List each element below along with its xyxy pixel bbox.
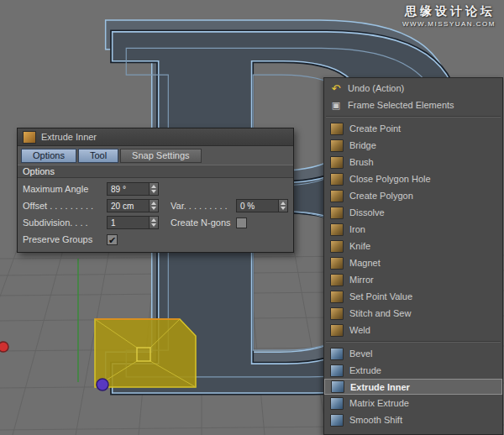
matrix-extrude-icon [330, 397, 344, 410]
menu-item-stitch-and-sew[interactable]: Stitch and Sew [324, 305, 502, 322]
subdivision-label: Subdivision. . . . [23, 218, 107, 228]
var-label: Var. . . . . . . . . [171, 201, 236, 211]
dialog-fields: Maximum Angle 89 ° Offset . . . . . . . … [18, 178, 293, 252]
extrude-icon [330, 364, 344, 377]
maximum-angle-row: Maximum Angle 89 ° [23, 182, 288, 196]
menu-item-label: Dissolve [349, 207, 385, 218]
menu-item-frame-selected-elements[interactable]: Frame Selected Elements [324, 97, 502, 113]
tab-snap-settings[interactable]: Snap Settings [120, 149, 202, 163]
stepper-up-icon[interactable] [151, 202, 156, 205]
undo-icon [330, 83, 342, 94]
stepper-down-icon[interactable] [281, 207, 286, 210]
menu-item-label: Undo (Action) [348, 83, 404, 93]
menu-item-close-polygon-hole[interactable]: Close Polygon Hole [324, 170, 502, 187]
options-section-header: Options [18, 165, 293, 178]
create-ngons-label: Create N-gons [171, 218, 236, 228]
offset-label: Offset . . . . . . . . . [23, 201, 107, 211]
menu-item-set-point-value[interactable]: Set Point Value [324, 288, 502, 305]
menu-item-extrude-inner[interactable]: Extrude Inner [324, 379, 502, 395]
stepper-up-icon[interactable] [151, 185, 156, 188]
offset-input[interactable]: 20 cm [107, 199, 149, 212]
bridge-icon [330, 139, 344, 152]
menu-item-label: Brush [349, 157, 374, 167]
subdivision-row: Subdivision. . . . 1 Create N-gons [23, 216, 288, 229]
iron-icon [330, 223, 344, 236]
tab-options[interactable]: Options [21, 149, 76, 163]
menu-item-label: Bevel [349, 349, 373, 359]
create-ngons-checkbox[interactable] [236, 218, 247, 228]
menu-item-label: Magnet [349, 258, 381, 268]
menu-item-label: Frame Selected Elements [348, 100, 454, 110]
menu-item-label: Create Point [349, 123, 401, 134]
menu-separator [326, 116, 501, 118]
menu-item-smooth-shift[interactable]: Smooth Shift [324, 411, 502, 428]
offset-stepper[interactable] [149, 199, 159, 212]
var-input[interactable]: 0 % [236, 199, 278, 212]
maximum-angle-field: 89 ° [107, 182, 159, 196]
dialog-tab-bar: Options Tool Snap Settings [18, 146, 293, 165]
menu-item-knife[interactable]: Knife [324, 238, 502, 254]
watermark: 思缘设计论坛 WWW.MISSYUAN.COM [402, 4, 496, 28]
viewport-window: B B B B 思缘设计论坛 WWW.MISSYUAN.COM [0, 0, 504, 435]
menu-item-label: Bridge [349, 140, 376, 150]
dialog-title: Extrude Inner [41, 132, 97, 142]
menu-item-label: Create Polygon [349, 191, 413, 201]
extrude-inner-icon [331, 380, 344, 393]
create-point-icon [330, 123, 344, 135]
menu-item-bevel[interactable]: Bevel [324, 345, 502, 362]
menu-item-label: Smooth Shift [349, 415, 402, 425]
menu-item-mirror[interactable]: Mirror [324, 271, 502, 288]
menu-item-label: Iron [349, 224, 365, 234]
stepper-up-icon[interactable] [281, 202, 286, 205]
x-axis-handle[interactable] [0, 342, 8, 352]
menu-item-extrude[interactable]: Extrude [324, 362, 502, 379]
menu-item-bridge[interactable]: Bridge [324, 137, 502, 154]
stepper-down-icon[interactable] [151, 207, 156, 210]
menu-item-magnet[interactable]: Magnet [324, 254, 502, 271]
stepper-down-icon[interactable] [151, 223, 156, 227]
smooth-shift-icon [330, 414, 344, 427]
maximum-angle-label: Maximum Angle [23, 184, 107, 194]
weld-icon [330, 324, 344, 337]
menu-item-label: Extrude [349, 365, 381, 375]
menu-item-label: Matrix Extrude [349, 398, 409, 408]
menu-item-create-point[interactable]: Create Point [324, 120, 502, 137]
selected-polygon[interactable] [95, 319, 196, 387]
maximum-angle-stepper[interactable] [149, 182, 159, 196]
watermark-url: WWW.MISSYUAN.COM [402, 20, 496, 28]
maximum-angle-input[interactable]: 89 ° [107, 182, 149, 196]
extrude-inner-dialog: Extrude Inner Options Tool Snap Settings… [17, 128, 294, 253]
menu-item-create-polygon[interactable]: Create Polygon [324, 187, 502, 204]
menu-item-iron[interactable]: Iron [324, 221, 502, 238]
menu-item-label: Close Polygon Hole [349, 174, 431, 184]
subdivision-field: 1 [107, 216, 159, 229]
watermark-title: 思缘设计论坛 [402, 4, 496, 19]
stepper-down-icon[interactable] [151, 190, 156, 193]
magnet-icon [330, 257, 344, 270]
origin-point-handle[interactable] [97, 379, 108, 390]
menu-item-dissolve[interactable]: Dissolve [324, 204, 502, 221]
menu-item-weld[interactable]: Weld [324, 322, 502, 338]
set-point-value-icon [330, 291, 344, 303]
close-polygon-hole-icon [330, 173, 344, 186]
mirror-icon [330, 274, 344, 286]
preserve-groups-label: Preserve Groups [23, 234, 107, 244]
extrude-inner-tool-icon [23, 131, 36, 144]
menu-item-undo-action[interactable]: Undo (Action) [324, 80, 502, 97]
stepper-up-icon[interactable] [151, 218, 156, 222]
context-menu: Undo (Action) Frame Selected Elements Cr… [323, 77, 503, 435]
preserve-groups-row: Preserve Groups ✔ [23, 233, 288, 246]
subdivision-stepper[interactable] [149, 216, 159, 229]
menu-item-label: Mirror [349, 275, 374, 285]
subdivision-input[interactable]: 1 [107, 216, 149, 229]
preserve-groups-checkbox[interactable]: ✔ [107, 234, 118, 245]
menu-item-label: Weld [349, 325, 370, 335]
knife-icon [330, 240, 344, 253]
menu-item-matrix-extrude[interactable]: Matrix Extrude [324, 395, 502, 411]
dialog-title-bar[interactable]: Extrude Inner [18, 128, 293, 146]
menu-item-brush[interactable]: Brush [324, 154, 502, 170]
var-field: 0 % [236, 199, 288, 212]
menu-item-label: Set Point Value [349, 291, 412, 301]
tab-tool[interactable]: Tool [78, 149, 118, 163]
var-stepper[interactable] [278, 199, 288, 212]
